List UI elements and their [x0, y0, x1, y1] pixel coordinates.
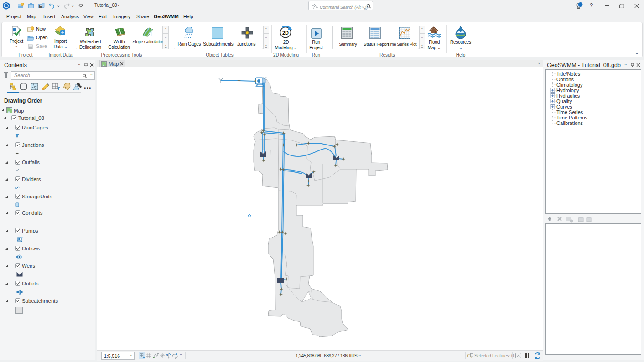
- svg-text:2D: 2D: [282, 30, 289, 36]
- svg-text:N: N: [166, 353, 168, 357]
